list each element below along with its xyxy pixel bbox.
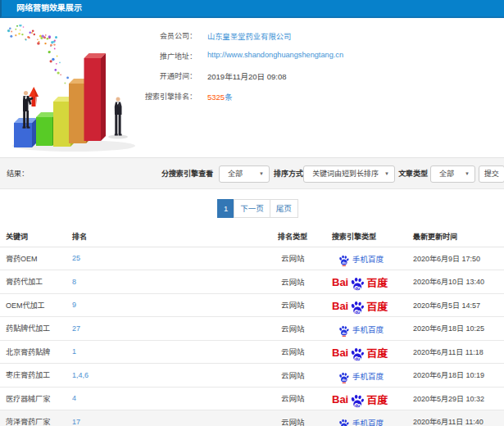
- svg-text:du: du: [342, 378, 347, 382]
- svg-text:du: du: [355, 309, 360, 314]
- svg-text:du: du: [342, 261, 347, 265]
- svg-text:du: du: [342, 331, 347, 335]
- svg-text:du: du: [355, 286, 360, 291]
- svg-text:du: du: [355, 402, 360, 407]
- svg-text:du: du: [355, 356, 360, 360]
